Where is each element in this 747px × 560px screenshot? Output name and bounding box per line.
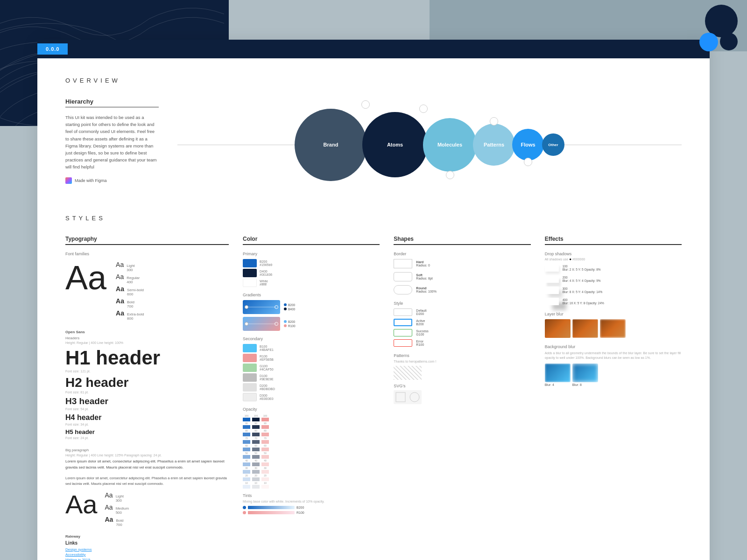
raleway-bold: Aa Bold700 [105,516,129,527]
tint-bar-b200: B200 [243,506,380,509]
grad-dots-2: B200 R100 [284,320,296,328]
top-right-circles [699,5,738,51]
hier-circle-flows: Flows [512,129,544,161]
layer-blur-label: Layer blur [545,312,682,316]
swatch-info-b200: B200#1565b9 [260,260,272,266]
style-items: DefaultD200 ActiveB200 SuccessG100 Error… [394,308,530,347]
h2-demo: H2 header [65,376,160,390]
patterns-sub: Thanks to heropatterns.com ! [394,360,530,363]
swatch-row-d100: D100#9E9E9E [243,373,380,382]
font-variant-light: Aa Light300 [116,261,144,272]
swatch-info-d100: D100#9E9E9E [260,374,274,381]
opacity-dark-col: 100 90 80 70 60 50 40 30 [252,414,260,489]
effects-col-title: Effects [545,236,682,242]
primary-swatches: B200#1565b9 D400#001836 White#ffffff [243,259,380,287]
shadow-100: 100Blur: 2 X: 5 Y: 5 Opacity: 8% [545,264,682,272]
style-success: SuccessG100 [394,329,530,336]
shadow-box-100 [545,264,559,272]
hier-item-flows: Flows [512,129,544,161]
raleway-light: Aa Light300 [105,491,129,503]
body-text: Lorem ipsum dolor sit amet, consectetur … [65,459,229,471]
color-col-underline [243,244,380,245]
gradients-label: Gradients [243,293,380,297]
deco-circle-dark-sm [720,33,738,50]
body-sub: Height: Regular | 400 Line height: 125% … [65,454,229,457]
hier-item-molecules: Molecules [423,118,477,172]
border-info-soft: SoftRadius: 8pt [416,273,432,280]
bg-blur-box-4 [545,364,571,382]
headers-section: Headers Height: Regular | 400 Line heigh… [65,336,160,445]
link-accessibility[interactable]: Accessibility [65,553,229,557]
swatch-g100 [243,364,257,372]
style-info-active: ActiveB200 [416,319,425,326]
shapes-col-underline [394,244,530,245]
font-variant-semibold: Aa Semi-bold600 [116,285,144,296]
hier-item-other: Other [542,133,564,156]
hier-dot-molecules [446,171,454,179]
swatch-info-d200: D200#BDBDBD [260,384,275,391]
shadow-info-100: 100Blur: 2 X: 5 Y: 5 Opacity: 8% [563,265,601,271]
hier-circle-atoms: Atoms [362,112,428,177]
grad-box-2 [243,317,280,331]
swatch-b100 [243,344,257,352]
shadow-items: 100Blur: 2 X: 5 Y: 5 Opacity: 8% 200Blur… [545,264,682,305]
shadow-400: 400Blur: 16 X: 5 Y: 8 Opacity: 24% [545,298,682,305]
font-variant-regular: Aa Regular400 [116,273,144,284]
svg-rect-7 [396,392,405,402]
circles-hierarchy: Brand Atoms Molecules [177,98,682,191]
link-design-systems[interactable]: Design systems [65,547,229,552]
styles-grid: Typography Font families Aa Aa Light300 … [65,236,682,560]
overview-section: OVERVIEW Hierarchy This UI kit was inten… [37,58,710,205]
swatch-info-d300: D300#E0E0E0 [260,394,274,400]
hier-circle-wrap: Brand Atoms Molecules [295,109,564,181]
h3-size: Font size: 54 pt. [65,407,160,411]
hierarchy-area: Hierarchy This UI kit was intended to be… [65,98,682,191]
hier-dot-atoms [419,105,428,113]
tints-desc: Mixing base color with white. Increments… [243,500,380,503]
grad-dot-b400: B400 [284,308,295,311]
typography-col: Typography Font families Aa Aa Light300 … [65,236,229,560]
swatch-info-white: White#ffffff [260,280,268,286]
style-info-default: DefaultD200 [416,309,426,315]
border-items: HardRadius: 0 SoftRadius: 8pt RoundRadiu… [394,259,530,294]
font-families-label: Font families [65,252,229,256]
typography-col-title: Typography [65,236,229,242]
bg-blur-label: Background blur [545,344,682,349]
shadow-box-200 [545,275,559,283]
blur-img-1 [545,319,571,338]
effects-col: Effects Drop shadows All shadows use ● #… [545,236,682,560]
border-box-round [394,285,412,294]
blur-img-3 [600,319,626,338]
style-info-error: ErrorR100 [416,340,424,346]
bg-blur-name-4: Blur: 4 [545,383,571,386]
swatch-d100 [243,373,257,382]
swatch-row-d400: D400#001836 [243,269,380,277]
style-box-error [394,339,412,347]
border-label: Border [394,252,530,256]
hier-circle-molecules: Molecules [423,118,477,172]
hier-circle-patterns: Patterns [473,124,515,166]
headers-sub: Height: Regular | 400 Line height: 100% [65,341,160,344]
swatch-row-white: White#ffffff [243,279,380,287]
hier-circle-brand: Brand [295,109,367,181]
hierarchy-underline [65,107,159,107]
bg-blur-8: Blur: 8 [572,364,598,386]
swatch-row-d200: D200#BDBDBD [243,383,380,392]
opacity-demo: 100 90 80 70 60 50 40 30 [243,414,380,489]
swatch-b200 [243,259,257,267]
hier-dot-brand [361,100,370,109]
bg-blur-name-8: Blur: 8 [572,383,598,386]
grad-row-2: B200 R100 [243,317,380,331]
open-sans-demo: Aa Aa Light300 Aa Regular400 Aa Semi-bol [65,261,229,321]
figma-icon [65,177,72,184]
gradient-items: B200 B400 [243,300,380,331]
color-col: Color Primary B200#1565b9 D400#001836 Wh… [243,236,380,560]
h2-size: Font size: 81 pt. [65,391,160,394]
open-sans-name: Open Sans [65,330,229,334]
swatch-row-b100: B100#4BAFE1 [243,344,380,352]
link-writing[interactable]: Writing in 2019 [65,558,229,560]
style-active: ActiveB200 [394,319,530,326]
hier-dot-flows [524,158,532,166]
swatch-d400 [243,269,257,277]
blur-images [545,319,682,338]
